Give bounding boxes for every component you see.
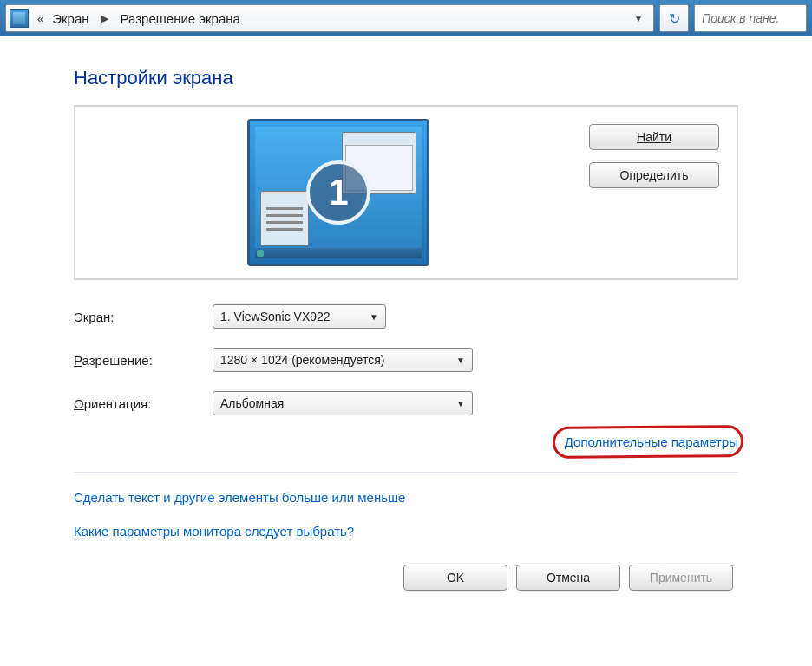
refresh-button[interactable]: ↻ (659, 4, 689, 32)
content-area: Настройки экрана 1 Найти Определить Экра… (0, 36, 812, 608)
which-settings-link[interactable]: Какие параметры монитора следует выбрать… (74, 522, 738, 540)
detect-button[interactable]: Найти (589, 124, 719, 150)
search-box[interactable] (694, 4, 807, 32)
window-preview-small-icon (260, 191, 309, 246)
dropdown-arrow-icon: ▼ (456, 399, 465, 408)
refresh-icon: ↻ (669, 10, 680, 27)
display-select-value: 1. ViewSonic VX922 (220, 310, 331, 323)
identify-button[interactable]: Определить (589, 162, 719, 188)
orientation-select[interactable]: Альбомная ▼ (213, 391, 473, 415)
back-chevron-icon[interactable]: « (34, 12, 47, 25)
page-title: Настройки экрана (74, 67, 738, 89)
ok-button[interactable]: OK (403, 565, 508, 591)
display-preview-box: 1 Найти Определить (74, 105, 738, 280)
breadcrumb-screen[interactable]: Экран (47, 11, 94, 26)
dropdown-arrow-icon: ▼ (370, 312, 378, 322)
dropdown-arrow-icon: ▼ (456, 356, 465, 365)
preview-side-buttons: Найти Определить (589, 119, 724, 188)
orientation-row: Ориентация: Альбомная ▼ (74, 391, 738, 415)
cancel-button[interactable]: Отмена (516, 565, 620, 591)
orientation-label: Ориентация: (74, 396, 213, 411)
address-bar: « Экран ▶ Разрешение экрана ▼ ↻ (0, 0, 812, 36)
orientation-select-value: Альбомная (220, 396, 284, 410)
monitor-preview-wrap: 1 (88, 119, 589, 266)
text-size-link[interactable]: Сделать текст и другие элементы больше и… (74, 488, 738, 506)
breadcrumb-dropdown-icon[interactable]: ▼ (627, 14, 650, 23)
display-row: Экран: 1. ViewSonic VX922 ▼ (74, 304, 738, 329)
divider (74, 472, 738, 473)
display-select[interactable]: 1. ViewSonic VX922 ▼ (213, 304, 386, 329)
advanced-settings-link[interactable]: Дополнительные параметры (565, 434, 738, 449)
breadcrumb-box[interactable]: « Экран ▶ Разрешение экрана ▼ (5, 4, 654, 32)
advanced-link-row: Дополнительные параметры (74, 434, 738, 449)
display-label: Экран: (74, 310, 213, 324)
search-input[interactable] (702, 11, 799, 25)
control-panel-icon (10, 9, 29, 28)
dialog-button-bar: OK Отмена Применить (74, 565, 738, 591)
monitor-preview[interactable]: 1 (247, 119, 429, 266)
taskbar-preview (255, 248, 422, 258)
resolution-select[interactable]: 1280 × 1024 (рекомендуется) ▼ (213, 348, 473, 372)
settings-form: Экран: 1. ViewSonic VX922 ▼ Разрешение: … (74, 304, 738, 415)
breadcrumb-resolution[interactable]: Разрешение экрана (115, 11, 246, 26)
resolution-label: Разрешение: (74, 353, 213, 368)
resolution-row: Разрешение: 1280 × 1024 (рекомендуется) … (74, 348, 738, 372)
apply-button[interactable]: Применить (629, 565, 733, 591)
help-links: Сделать текст и другие элементы больше и… (74, 488, 738, 540)
breadcrumb-separator-icon[interactable]: ▶ (95, 13, 115, 24)
resolution-select-value: 1280 × 1024 (рекомендуется) (220, 353, 384, 367)
monitor-number-badge: 1 (306, 160, 370, 225)
